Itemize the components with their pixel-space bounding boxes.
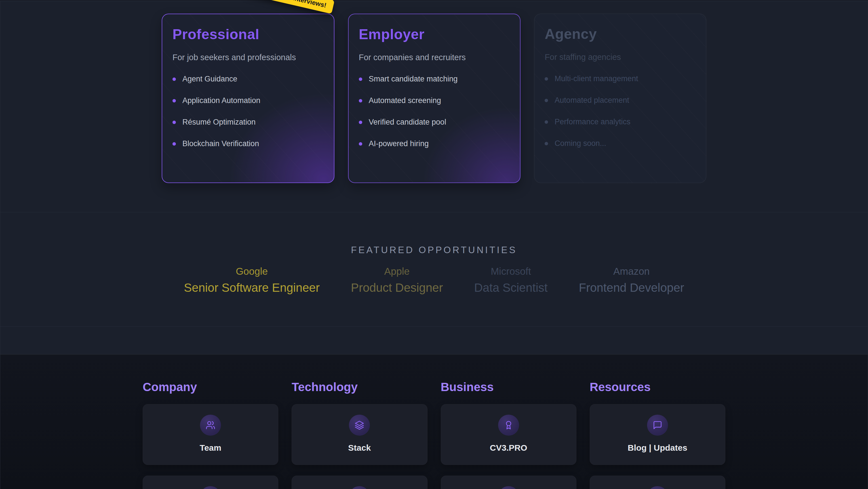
plan-feature: Smart candidate matching (359, 75, 510, 83)
plan-feature: Application Automation (173, 96, 324, 105)
section-spacer (0, 327, 868, 354)
plan-card-agency: Agency For staffing agencies Multi-clien… (534, 13, 706, 183)
job-company: Amazon (579, 266, 684, 277)
job-role: Senior Software Engineer (184, 281, 320, 295)
plan-subtitle: For staffing agencies (545, 53, 696, 62)
plan-feature-list: Smart candidate matching Automated scree… (359, 75, 510, 148)
plan-subtitle: For companies and recruiters (359, 53, 510, 62)
job-company: Google (184, 266, 320, 277)
footer-card-partial[interactable] (291, 476, 427, 489)
footer-card-label: Team (200, 443, 221, 453)
bullet-dot-icon (173, 99, 176, 103)
plan-feature: Verified candidate pool (359, 118, 510, 126)
featured-job-google[interactable]: Google Senior Software Engineer (184, 266, 320, 295)
footer-column-heading: Technology (291, 380, 427, 394)
featured-heading: FEATURED OPPORTUNITIES (0, 244, 868, 255)
plan-card-professional[interactable]: Professional For job seekers and profess… (162, 13, 335, 183)
bullet-dot-icon (173, 142, 176, 146)
bullet-dot-icon (545, 99, 548, 102)
layers-icon (354, 420, 364, 430)
pricing-section: Earn $$$ for Interviews! Professional Fo… (0, 1, 868, 212)
plan-feature: Performance analytics (545, 117, 696, 126)
footer-column-heading: Business (441, 380, 577, 394)
icon-circle (647, 415, 668, 436)
plan-title: Agency (545, 26, 696, 42)
featured-opportunities-section: FEATURED OPPORTUNITIES Google Senior Sof… (0, 212, 868, 327)
footer-card-team[interactable]: Team (143, 404, 278, 465)
bullet-dot-icon (545, 120, 548, 124)
bullet-dot-icon (359, 99, 362, 103)
plan-feature: Blockchain Verification (173, 139, 324, 148)
plan-feature: AI-powered hiring (359, 139, 510, 148)
featured-job-microsoft[interactable]: Microsoft Data Scientist (474, 266, 548, 295)
footer-card-label: Blog | Updates (628, 443, 687, 453)
plan-feature-list: Multi-client management Automated placem… (545, 74, 696, 148)
footer-column-technology: Technology Stack (291, 380, 427, 489)
plan-feature: Multi-client management (545, 74, 696, 83)
featured-jobs-row: Google Senior Software Engineer Apple Pr… (0, 266, 868, 295)
job-company: Microsoft (474, 266, 548, 277)
footer-column-heading: Company (143, 380, 278, 394)
footer-card-blog[interactable]: Blog | Updates (590, 404, 725, 465)
icon-circle (647, 486, 668, 489)
footer-card-label: CV3.PRO (490, 443, 527, 453)
plan-title: Professional (173, 26, 324, 42)
speech-bubble-icon (653, 420, 662, 430)
job-role: Data Scientist (474, 281, 548, 295)
featured-job-apple[interactable]: Apple Product Designer (351, 266, 443, 295)
icon-circle (200, 486, 221, 489)
footer-card-stack[interactable]: Stack (291, 404, 427, 465)
bullet-dot-icon (545, 77, 548, 81)
footer-column-heading: Resources (590, 380, 725, 394)
plan-feature: Coming soon... (545, 139, 696, 148)
award-icon (504, 420, 514, 430)
footer-columns: Company Team Technology (143, 380, 725, 489)
footer: Company Team Technology (0, 354, 868, 489)
footer-card-label: Stack (348, 443, 371, 453)
plan-feature: Automated screening (359, 96, 510, 105)
plan-subtitle: For job seekers and professionals (173, 53, 324, 62)
pricing-cards-row: Earn $$$ for Interviews! Professional Fo… (162, 1, 706, 183)
plan-feature: Automated placement (545, 96, 696, 105)
bullet-dot-icon (545, 142, 548, 145)
users-icon (206, 420, 215, 430)
footer-card-partial[interactable] (143, 476, 278, 489)
icon-circle (349, 486, 370, 489)
bullet-dot-icon (173, 121, 176, 124)
footer-column-resources: Resources Blog | Updates (590, 380, 725, 489)
plan-feature: Résumé Optimization (173, 118, 324, 126)
job-company: Apple (351, 266, 443, 277)
footer-column-business: Business CV3.PRO (441, 380, 577, 489)
footer-card-partial[interactable] (590, 476, 725, 489)
page: Earn $$$ for Interviews! Professional Fo… (0, 1, 868, 489)
footer-card-partial[interactable] (441, 476, 577, 489)
job-role: Product Designer (351, 281, 443, 295)
plan-card-employer[interactable]: Employer For companies and recruiters Sm… (348, 13, 521, 183)
bullet-dot-icon (359, 142, 362, 146)
featured-job-amazon[interactable]: Amazon Frontend Developer (579, 266, 684, 295)
icon-circle (498, 486, 519, 489)
icon-circle (200, 415, 221, 436)
footer-card-cv3pro[interactable]: CV3.PRO (441, 404, 577, 465)
bullet-dot-icon (173, 78, 176, 81)
bullet-dot-icon (359, 121, 362, 124)
bullet-dot-icon (359, 78, 362, 81)
plan-title: Employer (359, 26, 510, 42)
icon-circle (498, 415, 519, 436)
job-role: Frontend Developer (579, 281, 684, 295)
plan-feature: Agent Guidance (173, 75, 324, 83)
earn-badge: Earn $$$ for Interviews! (246, 0, 335, 14)
footer-column-company: Company Team (143, 380, 278, 489)
plan-feature-list: Agent Guidance Application Automation Ré… (173, 75, 324, 148)
icon-circle (349, 415, 370, 436)
